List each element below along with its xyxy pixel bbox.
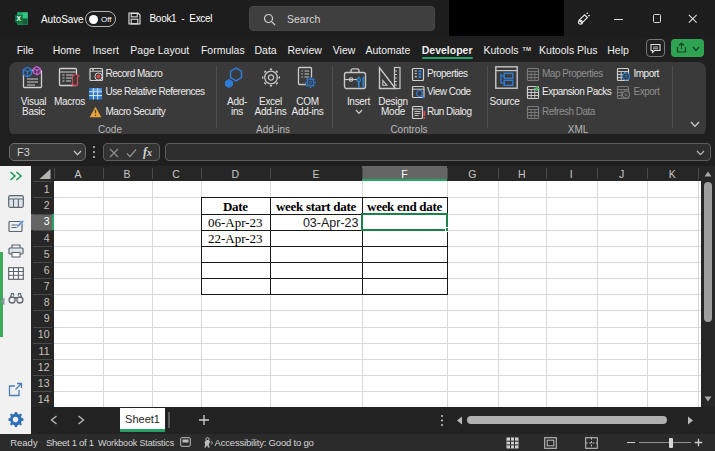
svg-text:X: X — [17, 15, 22, 22]
